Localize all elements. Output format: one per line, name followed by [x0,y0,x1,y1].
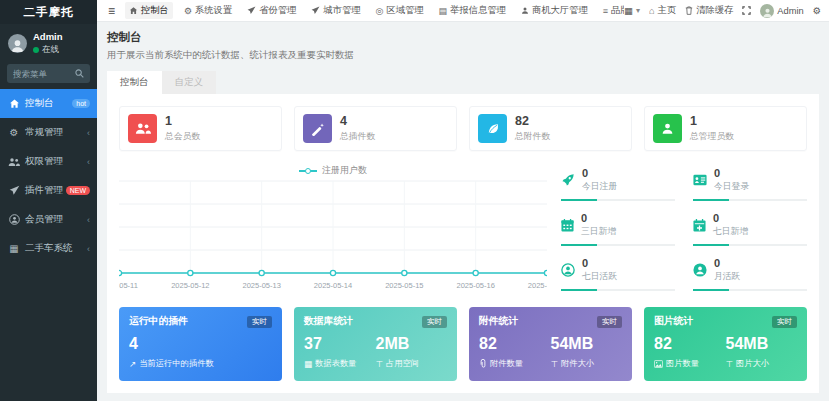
user-menu[interactable]: Admin [760,4,803,18]
size-icon: ⊤ [726,359,733,369]
sidebar-item-label: 会员管理 [25,213,63,226]
online-dot-icon [33,47,39,53]
stats-row: 1总会员数 4总插件数 82总附件数 1总管理员数 [119,106,807,151]
sidebar-menu: 控制台 hot ⚙ 常规管理 ‹ 权限管理 ‹ 插件管理 new 会员管理 ‹ … [0,89,97,263]
card-icon: ▤ [439,6,448,16]
sidebar-item-general[interactable]: ⚙ 常规管理 ‹ [0,118,97,147]
realtime-badge: 实时 [422,316,447,328]
stat-value: 4 [340,114,375,128]
nav-item-province[interactable]: 省份管理 [243,2,300,19]
stat-card-attachments: 82总附件数 [469,106,632,151]
new-badge: new [66,186,90,195]
nav-item-business-hall[interactable]: 商机大厅管理 [517,2,592,19]
sidebar-item-dashboard[interactable]: 控制台 hot [0,89,97,118]
sidebar-item-permission[interactable]: 权限管理 ‹ [0,147,97,176]
hot-badge: hot [72,99,90,108]
stat-value: 1 [690,114,734,128]
user-outline-icon [561,263,575,277]
sidebar-item-usedcar[interactable]: ▦ 二手车系统 ‹ [0,234,97,263]
progress-underline [561,244,675,246]
gears-icon: ⚙ [7,127,21,138]
content-tabs: 控制台 自定义 [107,71,819,94]
image-icon [654,360,663,368]
sidebar-item-label: 权限管理 [25,155,63,168]
dashboard-panel: 1总会员数 4总插件数 82总附件数 1总管理员数 注册用户数 [107,94,819,393]
clear-cache-button[interactable]: 清除缓存 [685,4,733,17]
svg-text:2025-05-12: 2025-05-12 [171,281,209,290]
quick-stat-today-login: 0今日登录 [693,167,807,205]
stat-label: 总附件数 [515,131,550,143]
stat-value: 82 [515,114,550,128]
registered-users-chart: 注册用户数 2025-05-112025-05-122025-05-132025… [119,163,547,295]
user-name: Admin [33,31,63,42]
card-attachment-stats[interactable]: 附件统计实时 82 附件数量 54MB ⊤附件大小 [469,307,632,381]
size-icon: ⊤ [376,359,383,369]
svg-text:2025-05-15: 2025-05-15 [385,281,423,290]
quick-stat-month-active: 0月活跃 [693,257,807,295]
nav-item-system-settings[interactable]: ⚙系统设置 [180,2,236,19]
nav-item-district[interactable]: ◎区域管理 [372,2,428,19]
quick-stat-today-register: 0今日注册 [561,167,675,205]
calendar-icon [561,219,574,232]
stat-card-plugins: 4总插件数 [294,106,457,151]
progress-underline [561,199,675,201]
progress-underline [693,244,807,246]
hamburger-icon[interactable]: ≡ [105,4,118,18]
grid-icon: ▦ [624,5,633,16]
rocket-icon [561,173,575,187]
stat-card-admins: 1总管理员数 [644,106,807,151]
admin-user-icon [653,114,682,143]
stat-card-members: 1总会员数 [119,106,282,151]
card-image-stats[interactable]: 图片统计实时 82 图片数量 54MB ⊤图片大小 [644,307,807,381]
home-icon [129,6,138,15]
chart-legend: 注册用户数 [299,164,367,177]
settings-gear-icon[interactable]: ⚙ [813,5,821,16]
tab-custom[interactable]: 自定义 [162,71,217,94]
stat-label: 总管理员数 [690,131,734,143]
topnav: ≡ 控制台 ⚙系统设置 省份管理 城市管理 ◎区域管理 ▤举报信息管理 商机大厅… [97,0,829,22]
main-content: 控制台 用于展示当前系统中的统计数据、统计报表及重要实时数据 控制台 自定义 1… [97,22,829,401]
caret-down-icon: ▾ [636,6,640,15]
card-database-stats[interactable]: 数据库统计实时 37 ▦数据表数量 2MB ⊤占用空间 [294,307,457,381]
fullscreen-button[interactable] [742,6,751,15]
search-icon[interactable] [75,69,84,78]
user-icon [521,6,529,15]
magic-wand-icon [303,114,332,143]
send-icon [247,6,256,15]
realtime-badge: 实时 [772,316,797,328]
svg-text:2025-05-17: 2025-05-17 [528,281,547,290]
paperclip-icon [479,359,487,368]
search-input[interactable] [13,69,75,79]
user-avatar [760,4,774,18]
dashboard-icon [7,98,21,109]
sidebar-item-member[interactable]: 会员管理 ‹ [0,205,97,234]
user-avatar [8,34,27,53]
page-subtitle: 用于展示当前系统中的统计数据、统计报表及重要实时数据 [107,49,819,62]
stat-value: 1 [165,114,200,128]
apps-dropdown[interactable]: ▦▾ [624,5,640,16]
tab-dashboard[interactable]: 控制台 [107,71,162,94]
members-icon [128,114,157,143]
compass-icon: ◎ [376,6,384,16]
sidebar-item-label: 常规管理 [25,126,63,139]
id-card-icon [693,174,707,186]
table-icon: ▦ [7,243,21,254]
send-icon [311,6,320,15]
nav-item-brand[interactable]: ≡品牌管理 [599,2,624,19]
sidebar-search [7,64,90,83]
card-running-plugins[interactable]: 运行中的插件实时 4 ↗当前运行中的插件数 [119,307,282,381]
app-logo: 二手摩托 [0,0,97,24]
list-icon: ≡ [603,6,608,16]
home-link[interactable]: ⌂主页 [649,4,676,17]
users-icon [7,157,21,167]
sidebar-item-plugin[interactable]: 插件管理 new [0,176,97,205]
quick-stat-3day-new: 0三日新增 [561,212,675,250]
trash-icon [685,6,693,15]
nav-item-city[interactable]: 城市管理 [307,2,364,19]
nav-item-report-info[interactable]: ▤举报信息管理 [435,2,510,19]
legend-label: 注册用户数 [322,164,367,177]
svg-text:2025-05-16: 2025-05-16 [456,281,494,290]
nav-item-dashboard[interactable]: 控制台 [125,2,173,19]
gears-icon: ⚙ [184,6,192,16]
chevron-left-icon: ‹ [87,215,90,225]
